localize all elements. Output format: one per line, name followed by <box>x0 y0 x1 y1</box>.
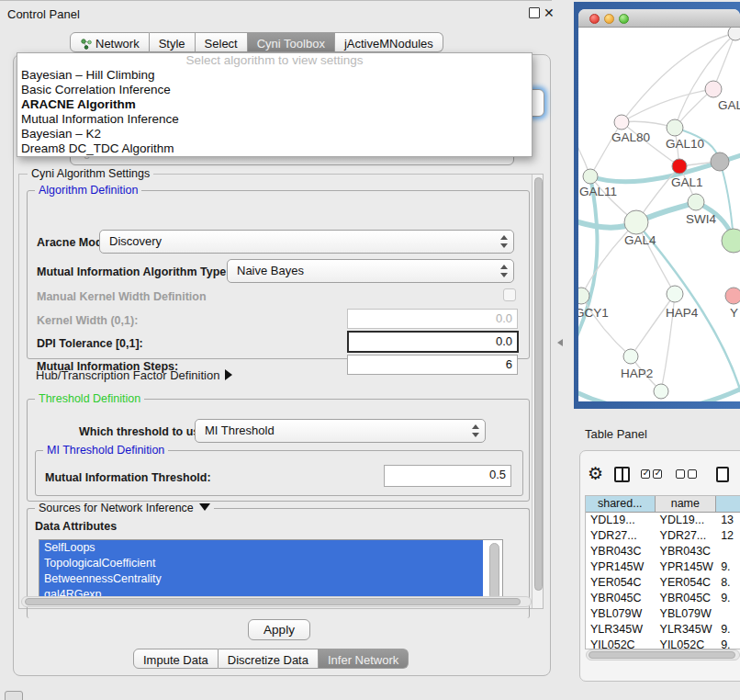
table-cell: YER054C <box>586 575 656 591</box>
dropdown-item[interactable]: Bayesian – Hill Climbing <box>17 68 532 83</box>
control-panel-titlebar <box>0 0 552 28</box>
network-canvas[interactable]: GALGAL80GAL10GAL1GAL11SWI4GAL4GCY1HAP4YH… <box>578 28 740 401</box>
network-node-gal1[interactable] <box>672 159 687 174</box>
column-header-shared-name[interactable]: shared... <box>586 496 656 512</box>
network-node-y[interactable] <box>725 288 740 304</box>
aracne-mode-combo[interactable]: Discovery <box>99 230 514 254</box>
settings-vertical-scrollbar[interactable] <box>532 175 543 608</box>
dpi-tolerance-input[interactable]: 0.0 <box>347 331 519 353</box>
manual-kernel-label: Manual Kernel Width Definition <box>37 290 207 303</box>
attribute-list-item[interactable]: SelfLoops <box>39 540 483 556</box>
deselect-columns-icon[interactable] <box>676 466 700 482</box>
network-node-gal80[interactable] <box>614 115 629 130</box>
dropdown-item[interactable]: Basic Correlation Inference <box>17 83 532 97</box>
table-row[interactable]: YDR27...YDR27...12 <box>586 528 740 544</box>
table-cell: YPR145W <box>656 559 717 575</box>
node-label: GAL11 <box>579 185 617 198</box>
kernel-width-input[interactable]: 0.0 <box>347 309 518 329</box>
column-header-name[interactable]: name <box>656 496 717 512</box>
network-window: GALGAL80GAL10GAL1GAL11SWI4GAL4GCY1HAP4YH… <box>578 9 740 401</box>
cyni-bottom-tabs: Impute DataDiscretize DataInfer Network <box>133 649 409 669</box>
tab-label: Select <box>205 37 238 51</box>
threshold-definition-legend: Threshold Definition <box>35 392 144 405</box>
combo-stepper-icon <box>471 423 479 438</box>
network-node-gal4[interactable] <box>624 210 648 234</box>
network-edge[interactable] <box>675 33 735 128</box>
table-row[interactable]: YPR145WYPR145W9. <box>586 559 740 575</box>
data-attributes-list[interactable]: SelfLoopsTopologicalCoefficientBetweenne… <box>39 539 503 604</box>
attribute-list-item[interactable]: BetweennessCentrality <box>39 571 483 587</box>
network-node-gal[interactable] <box>705 81 722 97</box>
list-scrollbar[interactable] <box>489 543 499 601</box>
network-node-hap2[interactable] <box>623 349 638 364</box>
network-node-gal11[interactable] <box>583 169 598 184</box>
network-node-swi4[interactable] <box>688 194 704 210</box>
dpi-tolerance-label: DPI Tolerance [0,1]: <box>37 337 143 350</box>
mi-steps-input[interactable]: 6 <box>347 355 518 375</box>
dropdown-item[interactable]: Mutual Information Inference <box>17 112 532 127</box>
tab-network[interactable]: Network <box>70 32 150 52</box>
dropdown-item[interactable]: Bayesian – K2 <box>17 127 532 141</box>
mi-threshold-label: Mutual Information Threshold: <box>45 471 211 484</box>
apply-button[interactable]: Apply <box>248 619 310 640</box>
manual-kernel-checkbox[interactable] <box>503 288 516 301</box>
which-threshold-combo[interactable]: MI Threshold <box>195 419 486 443</box>
table-row[interactable]: YDL19...YDL19...13 <box>586 513 740 528</box>
collapsed-arrow-icon <box>225 369 232 380</box>
float-window-icon[interactable] <box>529 7 540 18</box>
table-cell: YIL052C <box>586 638 656 649</box>
tab-impute-data[interactable]: Impute Data <box>133 649 219 669</box>
column-header-partial[interactable] <box>716 496 740 512</box>
split-columns-icon[interactable] <box>614 467 630 482</box>
sources-legend[interactable]: Sources for Network Inference <box>35 502 214 514</box>
control-panel-title: Control Panel <box>7 7 80 21</box>
tab-discretize-data[interactable]: Discretize Data <box>219 649 319 669</box>
settings-legend: Cyni Algorithm Settings <box>28 167 153 180</box>
network-edge[interactable] <box>713 33 735 89</box>
mi-threshold-input[interactable]: 0.5 <box>384 465 511 487</box>
dropdown-item[interactable]: Dream8 DC_TDC Algorithm <box>17 141 532 156</box>
table-row[interactable]: YIL052CYIL052C9. <box>586 638 740 649</box>
dropdown-item[interactable]: ARACNE Algorithm <box>17 97 532 112</box>
table-row[interactable]: YLR345WYLR345W9. <box>586 622 740 638</box>
tab-select[interactable]: Select <box>196 32 248 52</box>
network-window-titlebar[interactable] <box>578 9 740 28</box>
table-row[interactable]: YER054CYER054C8. <box>586 575 740 591</box>
mac-minimize-icon[interactable] <box>604 14 614 24</box>
settings-horizontal-scrollbar[interactable] <box>21 596 532 607</box>
splitter-handle-icon[interactable] <box>557 339 563 346</box>
table-row[interactable]: YBR043CYBR043C <box>586 544 740 559</box>
mac-zoom-icon[interactable] <box>619 14 629 24</box>
tab-style[interactable]: Style <box>150 32 196 52</box>
table-horizontal-scrollbar[interactable] <box>586 649 740 660</box>
mac-close-icon[interactable] <box>589 14 600 24</box>
network-node-gal10[interactable] <box>667 119 683 136</box>
tab-infer-network[interactable]: Infer Network <box>319 649 409 669</box>
table-row[interactable]: YBR045CYBR045C9. <box>586 591 740 606</box>
network-node-hap4[interactable] <box>667 286 683 302</box>
attribute-list-item[interactable]: TopologicalCoefficient <box>39 556 483 571</box>
tab-jactivemnodules[interactable]: jActiveMNodules <box>335 32 443 52</box>
gear-icon[interactable]: ⚙ <box>588 464 603 484</box>
table-cell: YBL079W <box>586 606 656 622</box>
network-node[interactable] <box>728 28 740 40</box>
mi-algorithm-type-combo[interactable]: Naive Bayes <box>227 259 514 283</box>
kernel-width-label: Kernel Width (0,1): <box>37 314 138 327</box>
network-node[interactable] <box>654 384 668 399</box>
table-cell: 9. <box>716 559 740 575</box>
node-label: HAP4 <box>666 306 699 320</box>
select-columns-icon[interactable] <box>641 466 665 482</box>
tab-label: Cyni Toolbox <box>257 37 325 51</box>
network-node[interactable] <box>722 229 740 253</box>
network-icon <box>80 38 92 50</box>
corner-widget[interactable] <box>5 691 23 700</box>
aracne-mode-value: Discovery <box>109 234 162 248</box>
close-icon[interactable]: ✕ <box>544 7 555 19</box>
document-icon[interactable] <box>716 467 729 482</box>
node-label: GAL80 <box>611 130 650 144</box>
network-node[interactable] <box>711 152 729 171</box>
tab-cyni-toolbox[interactable]: Cyni Toolbox <box>248 32 335 52</box>
table-cell: YIL052C <box>656 638 717 649</box>
hub-definition-toggle[interactable]: Hub/Transcription Factor Definition <box>36 368 232 382</box>
table-row[interactable]: YBL079WYBL079W <box>586 606 740 622</box>
